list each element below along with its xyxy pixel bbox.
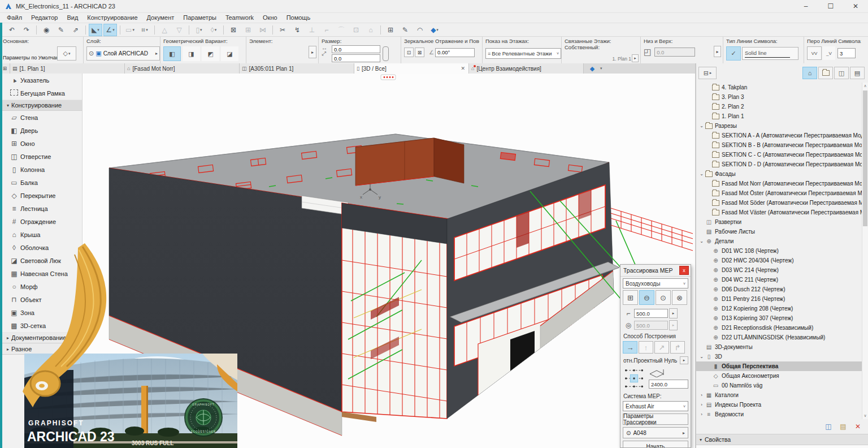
tree-item-14[interactable]: ◫Развертки: [696, 217, 868, 227]
geometry-method-4[interactable]: ◪: [221, 46, 238, 61]
tool-curtain-wall[interactable]: ▦Навесная Стена: [2, 267, 82, 280]
menu-item-6[interactable]: Teamwork: [221, 14, 258, 21]
menu-item-5[interactable]: Параметры: [179, 14, 221, 21]
duct-transition-button[interactable]: ⊖: [639, 290, 654, 305]
mep-category-select[interactable]: Воздуховоды ˅: [623, 278, 688, 288]
expander-icon[interactable]: ⌄: [698, 354, 705, 359]
tree-item-13[interactable]: Fasad Mot Väster (Автоматически Перестра…: [696, 208, 868, 217]
trim-button[interactable]: ⊥: [305, 24, 319, 36]
menu-item-7[interactable]: Окно: [258, 14, 282, 21]
toolbox-section-2[interactable]: ▸Разное: [2, 343, 82, 355]
expander-icon[interactable]: ⌄: [698, 239, 705, 244]
menu-item-2[interactable]: Вид: [62, 14, 83, 21]
tree-item-0[interactable]: 4. Takplan: [696, 83, 868, 92]
mirror-x-button[interactable]: ⊡: [404, 48, 414, 57]
tool-door[interactable]: ◧Дверь: [2, 124, 82, 137]
snap-guides-button[interactable]: ∠▾: [103, 24, 117, 36]
line-type-toggle[interactable]: ✓: [726, 46, 741, 61]
scroll-down-icon[interactable]: ∨: [862, 413, 868, 418]
tree-item-11[interactable]: Fasad Mot Öster (Автоматически Перестраи…: [696, 188, 868, 198]
tool-cursor[interactable]: ►Указатель: [2, 74, 82, 87]
tool-skylight[interactable]: ◪Световой Люк: [2, 254, 82, 267]
tree-item-6[interactable]: SEKTION B - B (Автоматически Перестраива…: [696, 140, 868, 150]
reshape-button[interactable]: ⋈: [256, 24, 270, 36]
grid-snap-button[interactable]: ⌗▾: [138, 24, 151, 36]
expander-icon[interactable]: ⌄: [698, 123, 705, 128]
new-viewpoint-button[interactable]: ◫: [823, 421, 834, 432]
3d-viewport[interactable]: x y: [83, 74, 696, 448]
tree-item-24[interactable]: ⊕D13 Kopiering 307 (Чертеж): [696, 313, 868, 323]
tree-item-9[interactable]: ⌄Фасады: [696, 169, 868, 179]
gravity-button[interactable]: △: [158, 24, 171, 36]
mep-palette-titlebar[interactable]: Трассировка MEP x: [620, 265, 691, 277]
tree-item-8[interactable]: SEKTION D - D (Автоматически Перестраива…: [696, 160, 868, 169]
suspend-groups-button[interactable]: ⊠: [227, 24, 240, 36]
view-map-button[interactable]: ⌂: [802, 67, 817, 79]
transfer-parameters-button[interactable]: ✎: [54, 24, 68, 36]
fillet-button[interactable]: ⌒: [335, 24, 348, 36]
tree-item-12[interactable]: Fasad Mot Söder (Автоматически Перестраи…: [696, 198, 868, 208]
minimize-button[interactable]: –: [793, 0, 818, 12]
duct-double-button[interactable]: ⊗: [672, 290, 687, 305]
tree-item-18[interactable]: ⊕D02 HWC 204/304 (Чертеж): [696, 256, 868, 265]
duct-height-expand[interactable]: ▸: [669, 320, 678, 330]
tool-window[interactable]: ⊞Окно: [2, 137, 82, 150]
mep-layer-row[interactable]: ⊙ A048 ▸: [623, 427, 688, 438]
layout-book-button[interactable]: ◫: [834, 67, 849, 79]
tree-item-21[interactable]: ⊕D06 Dusch 212 (Чертеж): [696, 285, 868, 294]
guide-lines-button[interactable]: ◣▾: [89, 24, 102, 36]
scroll-up-icon[interactable]: ∧: [862, 84, 868, 88]
tab-plan1[interactable]: ▤[1. Plan 1]: [10, 63, 125, 74]
chevron-down-icon[interactable]: ▾: [600, 66, 602, 71]
bottom-elevation-field[interactable]: 0.0: [654, 48, 695, 57]
tab-3d-all[interactable]: ▯[3D / Все]✕: [354, 63, 469, 74]
bottom-top-expand-button[interactable]: ▸: [714, 46, 721, 57]
tree-item-25[interactable]: ⊕D21 Receptionsdisk (Независимый): [696, 323, 868, 333]
maximize-button[interactable]: ☐: [818, 0, 843, 12]
mep-close-button[interactable]: x: [679, 266, 689, 275]
tab-interaction-hub[interactable]: ⌂[Центр Взаимодействия]: [469, 63, 584, 74]
tree-item-32[interactable]: ›▦Каталоги: [696, 390, 868, 400]
tool-marquee[interactable]: Бегущая Рамка: [2, 87, 82, 100]
duct-width-field[interactable]: 500.0: [634, 309, 668, 318]
tool-morph[interactable]: ○Морф: [2, 280, 82, 293]
route-slope-button[interactable]: ↗: [654, 341, 669, 354]
tree-item-16[interactable]: ⌄⊕Детали: [696, 236, 868, 246]
tool-zone[interactable]: ▣Зона: [2, 306, 82, 319]
menu-item-4[interactable]: Документ: [142, 14, 179, 21]
route-custom-button[interactable]: ↱: [670, 341, 685, 354]
tool-beam[interactable]: ▭Балка: [2, 176, 82, 189]
navigator-scrollbar[interactable]: ∧ ∨: [862, 83, 868, 419]
rotation-angle-field[interactable]: 0.00°: [435, 48, 475, 57]
pen-number-field[interactable]: 3: [837, 48, 856, 58]
delete-button[interactable]: ✕: [852, 421, 863, 432]
3d-view-mode-button[interactable]: ◆: [585, 62, 599, 75]
tool-shell[interactable]: ◊Оболочка: [2, 241, 82, 254]
linked-story-button[interactable]: ▸: [632, 54, 639, 62]
plane-snap-button[interactable]: ▽: [172, 24, 186, 36]
tool-wall[interactable]: ▱Стена: [2, 111, 82, 124]
tree-item-2[interactable]: 2. Plan 2: [696, 102, 868, 111]
virtual-trace-button[interactable]: ⊞: [241, 24, 255, 36]
duct-straight-button[interactable]: ⊞: [623, 290, 638, 305]
chain-link-icon[interactable]: [383, 46, 389, 61]
tree-item-28[interactable]: ⌄▯3D: [696, 352, 868, 361]
close-button[interactable]: ✕: [843, 0, 868, 12]
marquee-options-button[interactable]: ▯▾: [192, 24, 206, 36]
duct-width-expand[interactable]: ▸: [669, 308, 678, 318]
start-routing-button[interactable]: Начать: [623, 441, 688, 448]
routing-options-button[interactable]: Параметры Трассировки: [623, 413, 688, 425]
tree-item-27[interactable]: ▤3D-документы: [696, 342, 868, 352]
tab-layout-a305[interactable]: ◫[A305:011 Plan 1]: [240, 63, 354, 74]
tree-item-15[interactable]: ▨Рабочие Листы: [696, 227, 868, 236]
tab-close-icon[interactable]: ✕: [459, 66, 466, 71]
expander-icon[interactable]: ›: [698, 412, 705, 417]
expander-icon[interactable]: ⌄: [698, 171, 705, 176]
duct-circular-button[interactable]: ⊙: [656, 290, 671, 305]
route-horizontal-button[interactable]: →: [623, 341, 637, 354]
tree-item-3[interactable]: 1. Plan 1: [696, 111, 868, 121]
scrollbar-thumb[interactable]: [863, 91, 867, 226]
tree-item-29[interactable]: ▮Общая Перспектива: [696, 361, 868, 371]
menu-item-8[interactable]: Помощь: [282, 14, 315, 21]
tree-item-4[interactable]: ⌄Разрезы: [696, 121, 868, 131]
